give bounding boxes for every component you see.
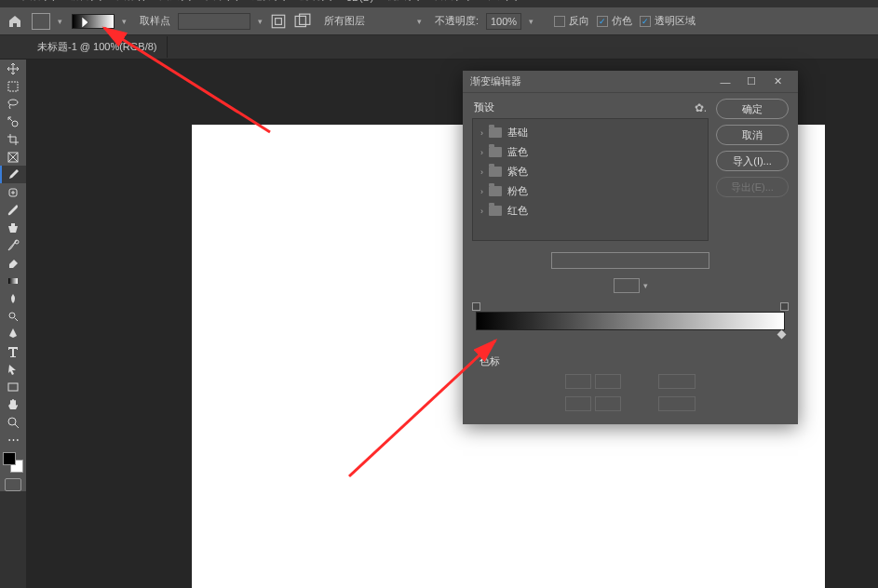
import-button[interactable]: 导入(I)...: [716, 151, 789, 171]
maximize-icon[interactable]: ☐: [738, 73, 764, 91]
opacity-stop[interactable]: [472, 302, 480, 311]
menu-filter[interactable]: 滤镜(T): [300, 0, 333, 3]
gradient-tool-icon[interactable]: [32, 13, 50, 30]
type-tool[interactable]: [0, 342, 26, 360]
dialog-titlebar[interactable]: 渐变编辑器 — ☐ ✕: [463, 71, 798, 93]
menu-edit[interactable]: 编辑(E): [69, 0, 103, 3]
preset-folder[interactable]: ›基础: [477, 123, 704, 142]
close-icon[interactable]: ✕: [764, 73, 790, 91]
toolbar-more[interactable]: ⋯: [0, 431, 26, 448]
chevron-down-icon[interactable]: ▾: [417, 17, 422, 26]
opacity-stop[interactable]: [780, 302, 789, 311]
document-tab[interactable]: 未标题-1 @ 100%(RGB/8): [28, 36, 168, 58]
chevron-down-icon[interactable]: ▾: [122, 17, 127, 26]
sample-size-icon[interactable]: [270, 13, 287, 30]
shape-tool[interactable]: [0, 378, 26, 395]
zoom-tool[interactable]: [0, 413, 26, 431]
stops-label: 色标: [463, 349, 798, 374]
menu-3d[interactable]: 3D(D): [346, 0, 373, 3]
folder-icon: [489, 147, 502, 157]
color-stops-row[interactable]: [476, 330, 785, 340]
sample-label: 取样点: [140, 14, 170, 28]
presets-label: 预设: [474, 100, 494, 114]
presets-list[interactable]: ›基础 ›蓝色 ›紫色 ›粉色 ›红色: [472, 118, 709, 241]
chevron-down-icon[interactable]: ▾: [258, 17, 263, 26]
brush-tool[interactable]: [0, 201, 26, 219]
history-brush-tool[interactable]: [0, 236, 26, 254]
cancel-button[interactable]: 取消: [716, 125, 789, 145]
stop-input[interactable]: [658, 396, 696, 411]
dither-label: 仿色: [612, 14, 632, 28]
color-stop-handle[interactable]: [777, 330, 787, 340]
svg-rect-1: [276, 18, 282, 24]
healing-tool[interactable]: [0, 183, 26, 201]
stop-input[interactable]: [658, 374, 696, 389]
chevron-down-icon[interactable]: ▾: [529, 17, 534, 26]
chevron-right-icon: ›: [480, 207, 483, 216]
stop-input[interactable]: [565, 374, 591, 389]
export-button[interactable]: 导出(E)...: [716, 177, 789, 197]
crop-tool[interactable]: [0, 130, 26, 148]
folder-icon: [489, 186, 502, 196]
gradient-preview[interactable]: [72, 14, 115, 29]
preset-name: 紫色: [507, 165, 528, 179]
folder-icon: [489, 167, 502, 177]
dither-checkbox[interactable]: ✓仿色: [597, 14, 632, 28]
smoothness-field[interactable]: [614, 278, 640, 293]
preset-folder[interactable]: ›紫色: [477, 162, 704, 181]
chevron-down-icon[interactable]: ▾: [58, 17, 62, 26]
stop-input[interactable]: [595, 374, 621, 389]
color-swatches[interactable]: [3, 452, 23, 473]
chevron-down-icon[interactable]: ▾: [643, 281, 648, 290]
gradient-name-field[interactable]: [551, 252, 709, 269]
path-select-tool[interactable]: [0, 360, 26, 378]
stop-input[interactable]: [565, 396, 591, 411]
opacity-stops-row[interactable]: [476, 302, 785, 312]
quick-mask-icon[interactable]: [5, 478, 21, 491]
stop-input[interactable]: [595, 396, 621, 411]
toolbox: ⋯: [0, 60, 26, 491]
sample-dropdown[interactable]: [178, 13, 250, 30]
reverse-checkbox[interactable]: 反向: [554, 14, 589, 28]
reverse-label: 反向: [569, 14, 589, 28]
foreground-color[interactable]: [3, 452, 16, 465]
chevron-right-icon: ›: [480, 148, 483, 157]
dodge-tool[interactable]: [0, 307, 26, 325]
transparency-label: 透明区域: [655, 14, 696, 28]
hand-tool[interactable]: [0, 395, 26, 413]
menu-file[interactable]: 文件(F): [22, 0, 56, 3]
gradient-bar[interactable]: [476, 312, 785, 330]
clone-tool[interactable]: [0, 219, 26, 236]
eraser-tool[interactable]: [0, 254, 26, 272]
gradient-editor-dialog: 渐变编辑器 — ☐ ✕ 预设 ✿. ›基础 ›蓝色 ›紫色 ›粉色 ›红色 确定…: [463, 71, 798, 424]
gradient-tool[interactable]: [0, 272, 26, 289]
pen-tool[interactable]: [0, 325, 26, 342]
preset-folder[interactable]: ›粉色: [477, 181, 704, 201]
menu-window[interactable]: 窗口(W): [434, 0, 471, 3]
move-tool[interactable]: [0, 60, 26, 77]
svg-point-11: [9, 313, 15, 318]
chevron-right-icon: ›: [480, 128, 483, 138]
preset-folder[interactable]: ›蓝色: [477, 142, 704, 162]
gear-icon[interactable]: ✿.: [695, 101, 707, 114]
lasso-tool[interactable]: [0, 95, 26, 113]
menu-help[interactable]: 帮助(H): [484, 0, 519, 3]
marquee-tool[interactable]: [0, 77, 26, 95]
frame-tool[interactable]: [0, 148, 26, 166]
ok-button[interactable]: 确定: [716, 99, 789, 119]
eyedropper-tool[interactable]: [0, 166, 26, 183]
quick-select-tool[interactable]: [0, 113, 26, 130]
transparency-checkbox[interactable]: ✓透明区域: [640, 14, 696, 28]
menu-type[interactable]: 文字(Y): [206, 0, 240, 3]
preset-folder[interactable]: ›红色: [477, 201, 704, 220]
menu-layer[interactable]: 图层(L): [159, 0, 192, 3]
menu-image[interactable]: 图像(I): [116, 0, 146, 3]
svg-rect-4: [8, 82, 18, 91]
blur-tool[interactable]: [0, 289, 26, 307]
menu-select[interactable]: 选择(S): [252, 0, 287, 3]
menu-view[interactable]: 视图(V): [386, 0, 421, 3]
sample-overlay-icon[interactable]: [294, 13, 311, 30]
home-icon[interactable]: [7, 14, 22, 29]
opacity-value[interactable]: 100%: [486, 13, 521, 30]
minimize-icon[interactable]: —: [712, 73, 738, 91]
